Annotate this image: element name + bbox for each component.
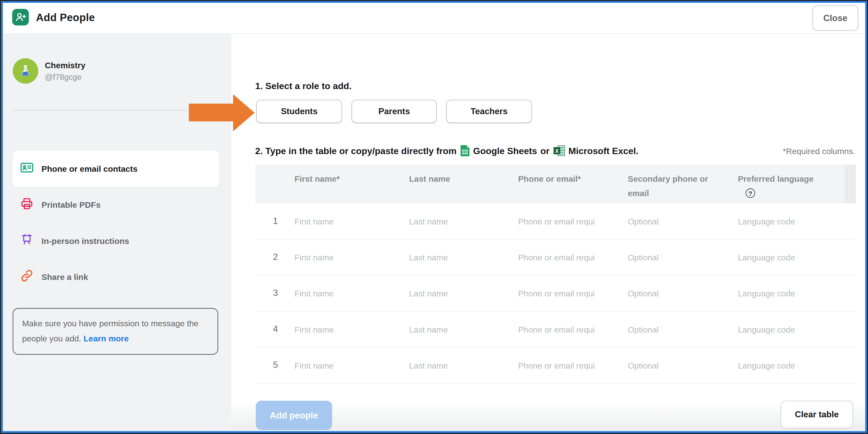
cell-first-name[interactable]: First name bbox=[294, 288, 409, 298]
col-header-secondary: Secondary phone or email bbox=[628, 165, 738, 203]
col-header-last-name: Last name bbox=[409, 165, 518, 203]
cell-last-name[interactable]: Last name bbox=[409, 324, 518, 334]
table-row: 4 First name Last name Phone or email re… bbox=[255, 312, 856, 347]
row-number: 3 bbox=[255, 288, 294, 298]
cell-phone-email[interactable]: Phone or email requi bbox=[518, 253, 628, 262]
contact-card-icon bbox=[20, 161, 34, 177]
table-row: 3 First name Last name Phone or email re… bbox=[255, 276, 856, 312]
sidebar-item-label: In-person instructions bbox=[41, 236, 129, 245]
role-button-teachers[interactable]: Teachers bbox=[446, 100, 532, 123]
cell-secondary[interactable]: Optional bbox=[628, 360, 738, 370]
cell-phone-email[interactable]: Phone or email requi bbox=[518, 324, 628, 334]
cell-language[interactable]: Language code bbox=[738, 360, 845, 370]
cell-first-name[interactable]: First name bbox=[294, 253, 409, 262]
annotation-arrow-icon bbox=[189, 94, 254, 132]
cell-secondary[interactable]: Optional bbox=[628, 253, 738, 262]
step2-sheets-label: Google Sheets bbox=[473, 146, 537, 156]
permission-note: Make sure you have permission to message… bbox=[13, 308, 218, 355]
add-people-modal: Add People Close Chemistry @f78gcge bbox=[1, 1, 867, 433]
table-header-row: First name* Last name Phone or email* Se… bbox=[255, 165, 856, 203]
row-number: 4 bbox=[255, 324, 294, 334]
sidebar-item-label: Phone or email contacts bbox=[41, 164, 137, 174]
cell-secondary[interactable]: Optional bbox=[628, 288, 738, 298]
cell-last-name[interactable]: Last name bbox=[409, 216, 518, 226]
modal-title: Add People bbox=[36, 11, 95, 24]
learn-more-link[interactable]: Learn more bbox=[84, 334, 129, 343]
presentation-board-icon bbox=[20, 233, 34, 249]
role-button-students[interactable]: Students bbox=[256, 100, 342, 123]
sidebar-divider bbox=[13, 110, 218, 111]
cell-last-name[interactable]: Last name bbox=[409, 360, 518, 370]
cell-phone-email[interactable]: Phone or email requi bbox=[518, 288, 628, 298]
sidebar-nav: Phone or email contacts Printable PDFs bbox=[13, 151, 219, 295]
help-question-icon[interactable]: ? bbox=[746, 189, 755, 198]
google-sheets-icon bbox=[460, 145, 470, 157]
screenshot-frame: Add People Close Chemistry @f78gcge bbox=[0, 0, 868, 434]
row-number: 5 bbox=[255, 360, 294, 370]
table-row: 2 First name Last name Phone or email re… bbox=[255, 239, 856, 276]
step2-prefix: 2. Type in the table or copy/paste direc… bbox=[255, 146, 457, 156]
cell-language[interactable]: Language code bbox=[738, 253, 845, 262]
cell-first-name[interactable]: First name bbox=[294, 360, 409, 370]
table-row: 5 First name Last name Phone or email re… bbox=[255, 347, 856, 383]
class-handle: @f78gcge bbox=[45, 73, 82, 82]
cell-last-name[interactable]: Last name bbox=[409, 288, 518, 298]
row-number: 2 bbox=[255, 252, 294, 262]
row-number: 1 bbox=[255, 216, 294, 226]
svg-text:X: X bbox=[555, 148, 559, 154]
clear-table-button[interactable]: Clear table bbox=[781, 401, 853, 428]
cell-first-name[interactable]: First name bbox=[294, 324, 409, 334]
cell-last-name[interactable]: Last name bbox=[409, 253, 518, 262]
sidebar-item-phone-email-contacts[interactable]: Phone or email contacts bbox=[13, 151, 219, 186]
sidebar-item-label: Share a link bbox=[41, 272, 88, 282]
class-name: Chemistry bbox=[45, 60, 85, 70]
row-number-header bbox=[255, 165, 294, 203]
step1-heading: 1. Select a role to add. bbox=[255, 81, 352, 91]
printer-icon bbox=[20, 197, 34, 213]
cell-first-name[interactable]: First name bbox=[294, 216, 409, 226]
step2-row: 2. Type in the table or copy/paste direc… bbox=[255, 145, 855, 157]
main-panel: 1. Select a role to add. Students Parent… bbox=[231, 34, 865, 431]
step2-middle: or bbox=[540, 146, 550, 156]
sidebar-item-in-person-instructions[interactable]: In-person instructions bbox=[13, 223, 219, 259]
modal-header: Add People Close bbox=[3, 3, 865, 34]
cell-phone-email[interactable]: Phone or email requi bbox=[518, 216, 628, 226]
table-row: 1 First name Last name Phone or email re… bbox=[255, 203, 856, 239]
class-avatar-flask-icon bbox=[13, 58, 38, 84]
add-people-button[interactable]: Add people bbox=[256, 401, 332, 430]
cell-language[interactable]: Language code bbox=[738, 324, 845, 334]
cell-secondary[interactable]: Optional bbox=[628, 216, 738, 226]
scrollbar-gutter bbox=[845, 165, 856, 203]
cell-language[interactable]: Language code bbox=[738, 288, 845, 298]
sidebar-item-share-a-link[interactable]: Share a link bbox=[13, 259, 219, 295]
close-button[interactable]: Close bbox=[812, 5, 859, 31]
required-columns-note: *Required columns. bbox=[783, 146, 856, 155]
col-header-phone-email: Phone or email* bbox=[518, 165, 628, 203]
sidebar: Chemistry @f78gcge Phone or email contac… bbox=[3, 34, 231, 431]
cell-secondary[interactable]: Optional bbox=[628, 324, 738, 334]
step2-excel-label: Microsoft Excel. bbox=[568, 146, 639, 156]
role-button-parents[interactable]: Parents bbox=[351, 100, 437, 123]
col-header-language-label: Preferred language bbox=[738, 172, 837, 186]
sidebar-item-printable-pdfs[interactable]: Printable PDFs bbox=[13, 187, 219, 223]
role-buttons: Students Parents Teachers bbox=[256, 100, 532, 123]
cell-phone-email[interactable]: Phone or email requi bbox=[518, 360, 628, 370]
col-header-first-name: First name* bbox=[294, 165, 409, 203]
microsoft-excel-icon: X bbox=[553, 145, 565, 157]
sidebar-item-label: Printable PDFs bbox=[41, 200, 101, 209]
col-header-language: Preferred language ? bbox=[738, 165, 845, 203]
step2-heading: 2. Type in the table or copy/paste direc… bbox=[255, 145, 639, 157]
people-table: First name* Last name Phone or email* Se… bbox=[255, 165, 856, 383]
person-add-icon bbox=[12, 9, 29, 26]
cell-language[interactable]: Language code bbox=[738, 216, 845, 226]
link-icon bbox=[20, 269, 34, 285]
